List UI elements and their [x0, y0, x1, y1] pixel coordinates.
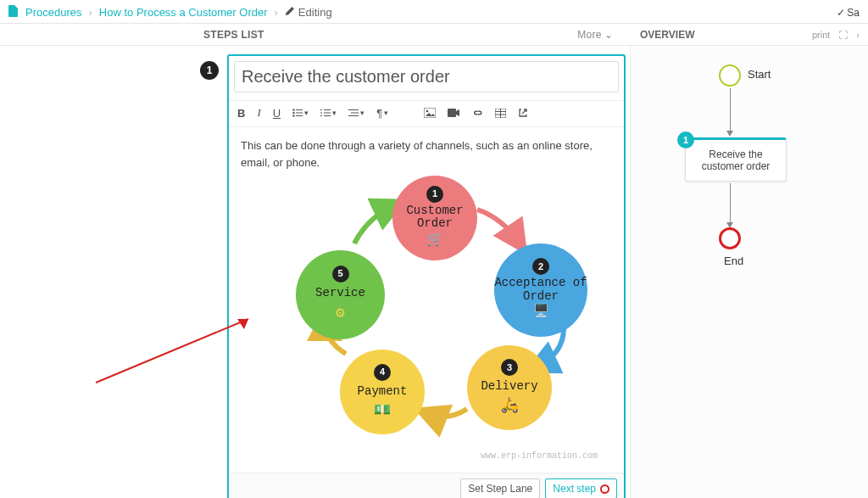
- svg-point-4: [292, 115, 294, 116]
- step-title-input[interactable]: [234, 61, 619, 92]
- image-watermark: www.erp-information.com: [481, 450, 598, 462]
- save-label: Sa: [847, 7, 860, 19]
- svg-rect-9: [324, 113, 331, 114]
- svg-point-16: [426, 110, 429, 113]
- gear-icon: ⚙: [336, 302, 345, 325]
- flow-connector: [730, 183, 731, 224]
- svg-rect-8: [320, 113, 322, 114]
- svg-point-2: [292, 112, 294, 114]
- circle-icon: [600, 484, 609, 494]
- set-step-lane-button[interactable]: Set Step Lane: [460, 478, 540, 498]
- chevron-down-icon: ▾: [332, 109, 337, 117]
- flow-start-label: Start: [748, 68, 771, 81]
- indent-button[interactable]: ▾: [348, 109, 364, 117]
- next-step-button[interactable]: Next step: [545, 478, 617, 498]
- table-button[interactable]: [495, 109, 506, 118]
- save-indicator[interactable]: ✓ Sa: [837, 7, 860, 19]
- overview-header: OVERVIEW print ⛶ ›: [630, 24, 868, 45]
- svg-rect-12: [348, 109, 359, 110]
- cycle-node-label: Customer Order: [392, 204, 477, 231]
- flow-connector: [730, 88, 731, 132]
- money-icon: 💵: [374, 400, 391, 421]
- expand-icon[interactable]: ⛶: [838, 30, 848, 40]
- cycle-node-number: 2: [532, 258, 549, 275]
- image-button[interactable]: [424, 108, 436, 118]
- cycle-node-delivery: 3 Delivery 🛵: [467, 345, 552, 430]
- courier-icon: 🛵: [501, 395, 519, 417]
- breadcrumb-state-label: Editing: [298, 6, 332, 19]
- svg-rect-10: [320, 115, 322, 116]
- cycle-node-label: Delivery: [481, 378, 537, 395]
- cycle-node-service: 5 Service ⚙: [296, 250, 385, 339]
- svg-rect-17: [448, 109, 456, 117]
- richtext-toolbar: B I U ▾ ▾ ▾ ¶▾: [229, 100, 624, 127]
- more-label: More: [577, 29, 602, 41]
- cycle-node-customer-order: 1 Customer Order 🛒: [392, 176, 477, 260]
- svg-rect-7: [324, 109, 331, 110]
- flow-step-number: 1: [677, 131, 694, 148]
- chevron-down-icon: ▾: [384, 109, 388, 117]
- link-button[interactable]: [471, 109, 483, 117]
- chevron-right-icon: ›: [275, 6, 278, 19]
- overview-title: OVERVIEW: [640, 29, 694, 41]
- step-actions: Set Step Lane Next step: [229, 473, 624, 498]
- cycle-node-number: 5: [332, 266, 349, 283]
- cycle-node-label: Payment: [358, 383, 408, 400]
- breadcrumb-root[interactable]: Procedures: [25, 6, 81, 19]
- breadcrumb-state: Editing: [285, 6, 332, 19]
- italic-button[interactable]: I: [257, 106, 260, 120]
- flow-step-label: Receive the customer order: [702, 148, 771, 172]
- step-number-badge: 1: [200, 61, 219, 80]
- bold-button[interactable]: B: [237, 107, 245, 120]
- numbers-button[interactable]: ▾: [320, 109, 337, 117]
- overview-flow: Start 1 Receive the customer order End: [631, 46, 868, 498]
- step-body[interactable]: This can be done through a variety of ch…: [229, 127, 624, 471]
- cycle-node-number: 3: [501, 359, 518, 376]
- svg-line-22: [96, 319, 248, 383]
- cycle-node-payment: 4 Payment 💵: [340, 350, 425, 434]
- chevron-down-icon: ▾: [360, 109, 364, 117]
- cycle-node-number: 1: [426, 186, 443, 203]
- svg-rect-1: [296, 109, 303, 110]
- svg-rect-6: [320, 109, 322, 110]
- file-icon: [8, 5, 19, 20]
- step-body-text: This can be done through a variety of ch…: [241, 137, 612, 171]
- chevron-right-icon: ›: [88, 6, 92, 19]
- underline-button[interactable]: U: [273, 107, 281, 120]
- top-bar: Procedures › How to Process a Customer O…: [0, 0, 868, 24]
- bullets-button[interactable]: ▾: [292, 109, 309, 117]
- arrowhead-icon: [726, 131, 733, 137]
- cycle-node-label: Acceptance of Order: [494, 277, 587, 303]
- svg-point-0: [292, 109, 294, 110]
- editor-pane: 1 B I U ▾ ▾ ▾ ¶▾ This can be done throug…: [0, 46, 630, 498]
- step-editor-card: B I U ▾ ▾ ▾ ¶▾ This can be done through …: [227, 54, 626, 498]
- chevron-down-icon: ▾: [304, 109, 309, 117]
- cycle-node-acceptance: 2 Acceptance of Order 🖥️: [494, 243, 587, 337]
- main: 1 B I U ▾ ▾ ▾ ¶▾ This can be done throug…: [0, 46, 868, 498]
- flow-step-node[interactable]: 1 Receive the customer order: [685, 137, 787, 182]
- section-headers: STEPS LIST More ⌄ OVERVIEW print ⛶ ›: [0, 24, 868, 46]
- flow-end-label: End: [724, 255, 743, 267]
- svg-rect-15: [424, 108, 436, 118]
- steps-list-header: STEPS LIST More ⌄: [0, 24, 630, 45]
- print-button[interactable]: print: [812, 30, 830, 40]
- paragraph-button[interactable]: ¶▾: [376, 107, 388, 120]
- flow-start-node[interactable]: [719, 64, 741, 87]
- cart-icon: 🛒: [426, 230, 443, 250]
- order-cycle-diagram: 1 Customer Order 🛒 2 Acceptance of Order…: [248, 176, 604, 464]
- breadcrumb-page[interactable]: How to Process a Customer Order: [99, 6, 268, 19]
- pencil-icon: [285, 6, 295, 19]
- overview-pane: Start 1 Receive the customer order End: [630, 46, 868, 498]
- chevron-right-icon[interactable]: ›: [856, 30, 860, 40]
- svg-rect-13: [351, 113, 359, 114]
- flow-end-node[interactable]: [719, 227, 741, 249]
- chevron-down-icon: ⌄: [604, 29, 613, 41]
- more-button[interactable]: More ⌄: [577, 29, 613, 41]
- cycle-node-number: 4: [374, 364, 391, 381]
- video-button[interactable]: [448, 109, 459, 117]
- open-external-button[interactable]: [518, 108, 528, 118]
- next-step-label: Next step: [553, 483, 596, 495]
- breadcrumb: Procedures › How to Process a Customer O…: [8, 5, 332, 20]
- svg-rect-11: [324, 115, 331, 116]
- webapp-icon: 🖥️: [533, 303, 549, 322]
